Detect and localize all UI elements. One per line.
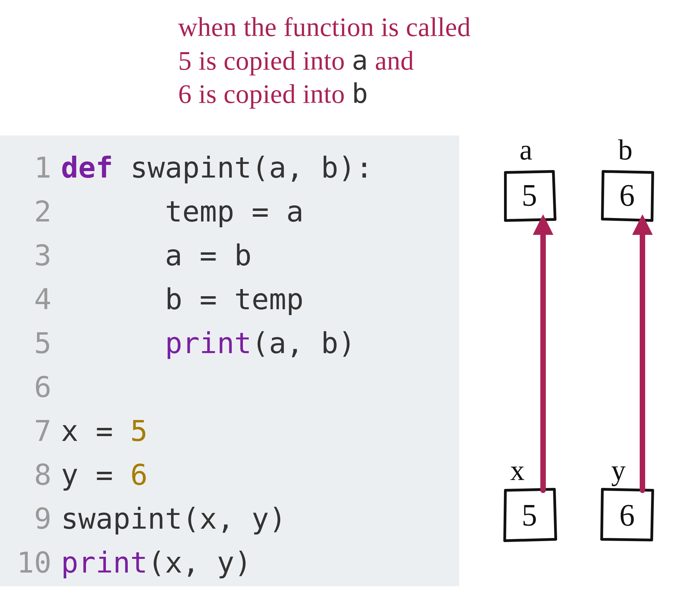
page: when the function is called 5 is copied … — [0, 0, 700, 600]
code-token: , — [182, 546, 217, 579]
label-a: a — [519, 135, 532, 166]
code-token: = — [182, 283, 234, 316]
code-token: ( — [251, 326, 269, 360]
code-token: b — [234, 239, 252, 272]
code-token: ( — [148, 546, 165, 579]
code-token: swapint — [61, 502, 182, 536]
line-number: 2 — [10, 190, 61, 233]
code-token: x — [200, 502, 217, 536]
line-number: 1 — [10, 146, 61, 190]
code-token: b — [165, 283, 182, 316]
code-token: , — [286, 326, 321, 360]
annotation-var-a: a — [352, 45, 368, 76]
line-number: 9 — [10, 497, 61, 541]
line-number: 6 — [10, 365, 61, 409]
code-token: y — [251, 502, 269, 536]
code-token: ) — [338, 326, 356, 360]
code-token: 5 — [130, 414, 148, 448]
code-token: = — [234, 195, 286, 228]
code-line: 1def swapint(a, b): — [10, 146, 449, 190]
box-b-value: 6 — [619, 178, 635, 212]
code-content: temp = a — [61, 190, 304, 233]
code-content: swapint(x, y) — [61, 497, 286, 541]
code-line: 4 b = temp — [10, 277, 449, 321]
annotation-line-2: 5 is copied into a and — [178, 44, 471, 77]
code-token — [61, 239, 165, 272]
annotation: when the function is called 5 is copied … — [178, 10, 471, 111]
label-b: b — [618, 135, 633, 166]
code-token: ): — [338, 151, 373, 184]
annotation-line-1: when the function is called — [178, 10, 471, 44]
code-token: ( — [251, 151, 269, 184]
code-line: 2 temp = a — [10, 190, 449, 233]
code-token: def — [61, 151, 130, 184]
line-number: 10 — [10, 541, 61, 585]
code-token — [61, 283, 165, 316]
code-line: 6 — [10, 365, 449, 409]
code-content: b = temp — [61, 277, 304, 321]
line-number: 5 — [10, 321, 61, 365]
code-content: a = b — [61, 233, 251, 277]
code-block: 1def swapint(a, b):2 temp = a3 a = b4 b … — [0, 135, 459, 586]
code-token: b — [321, 151, 339, 184]
code-token: 6 — [130, 458, 148, 492]
svg-marker-3 — [632, 214, 653, 235]
box-x-value: 5 — [522, 498, 537, 532]
code-line: 5 print(a, b) — [10, 321, 449, 365]
code-content: print(x, y) — [61, 541, 251, 585]
code-content: print(a, b) — [61, 321, 356, 365]
code-token: , — [217, 502, 251, 536]
box-y-value: 6 — [619, 498, 635, 532]
code-line: 7x = 5 — [10, 409, 449, 453]
code-token: temp — [234, 283, 304, 316]
svg-marker-1 — [533, 214, 553, 235]
code-token: a — [269, 326, 286, 360]
code-token: a — [165, 239, 182, 272]
memory-diagram: a b 5 6 x y 5 6 — [473, 135, 692, 586]
code-token: ) — [234, 546, 252, 579]
code-line: 9swapint(x, y) — [10, 497, 449, 541]
code-token: y — [217, 546, 234, 579]
code-token: ( — [182, 502, 200, 536]
code-line: 3 a = b — [10, 233, 449, 277]
code-content: y = 6 — [61, 453, 148, 497]
code-content: def swapint(a, b): — [61, 146, 373, 190]
code-token: a — [286, 195, 304, 228]
code-token: y — [61, 458, 78, 492]
code-token — [61, 326, 165, 360]
box-a-value: 5 — [522, 178, 537, 212]
code-token: print — [61, 546, 148, 579]
code-token: = — [78, 458, 131, 492]
annotation-var-b: b — [352, 78, 368, 109]
line-number: 8 — [10, 453, 61, 497]
code-token — [61, 195, 165, 228]
arrow-x-to-a — [533, 214, 553, 490]
code-token: temp — [165, 195, 234, 228]
line-number: 4 — [10, 277, 61, 321]
code-token: b — [321, 326, 339, 360]
code-line: 10print(x, y) — [10, 541, 449, 585]
code-token: x — [61, 414, 78, 448]
code-token: ) — [269, 502, 286, 536]
line-number: 3 — [10, 233, 61, 277]
code-token: , — [286, 151, 321, 184]
label-y: y — [611, 454, 626, 486]
line-number: 7 — [10, 409, 61, 453]
arrow-y-to-b — [632, 214, 653, 490]
code-token: swapint — [130, 151, 251, 184]
code-line: 8y = 6 — [10, 453, 449, 497]
code-token: x — [165, 546, 182, 579]
code-token: = — [78, 414, 131, 448]
code-content: x = 5 — [61, 409, 148, 453]
annotation-line-3: 6 is copied into b — [178, 77, 471, 111]
code-token: a — [269, 151, 286, 184]
code-token: print — [165, 326, 251, 360]
code-token: = — [182, 239, 234, 272]
label-x: x — [510, 454, 525, 486]
